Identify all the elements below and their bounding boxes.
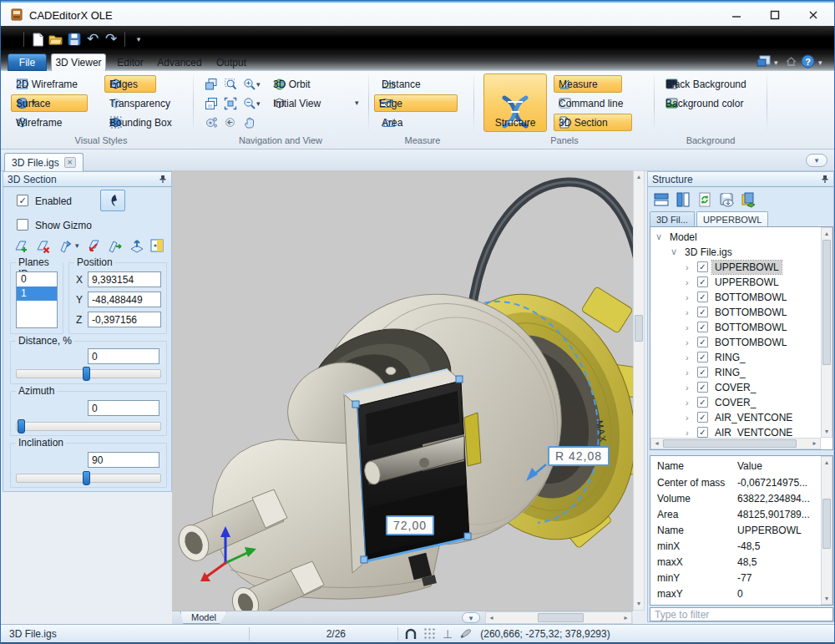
expander-icon[interactable]: › — [686, 277, 693, 287]
plane-list-item[interactable]: 0 — [17, 272, 57, 287]
measure-area-button[interactable]: Area — [377, 114, 401, 131]
tab-editor[interactable]: Editor — [111, 53, 149, 71]
panel-expand-button[interactable]: ▾ — [806, 154, 827, 167]
delete-plane-icon[interactable] — [35, 237, 52, 254]
zoom-extents-icon[interactable] — [222, 95, 239, 112]
3d-section-panel-button[interactable]: 3D Section — [554, 114, 632, 131]
property-row[interactable]: Area48125,901789... — [650, 506, 832, 522]
background-color-button[interactable]: Background color — [660, 94, 683, 112]
tab-file[interactable]: File — [8, 53, 47, 71]
structure-tree[interactable]: ∨Model ∨3D File.igs ›✓UPPERBOWL ›✓UPPERB… — [650, 226, 833, 450]
tree-item-checkbox[interactable]: ✓ — [697, 307, 708, 317]
copy-view-icon[interactable] — [203, 95, 220, 112]
section-panel-header[interactable]: 3D Section — [3, 172, 171, 187]
show-gizmo-checkbox[interactable] — [17, 219, 28, 231]
help-icon[interactable]: ? — [801, 54, 815, 68]
measure-panel-button[interactable]: Measure — [554, 75, 622, 93]
tree-item-checkbox[interactable]: ✓ — [697, 352, 708, 363]
window-layout-dropdown-icon[interactable]: ▾ — [774, 59, 778, 67]
scroll-up-icon[interactable]: ▴ — [822, 228, 832, 239]
paint-icon[interactable] — [459, 628, 472, 639]
viewport-3d[interactable]: MAX 72,00 R 42,08 — [172, 170, 633, 611]
enabled-checkbox[interactable]: ✓ — [17, 195, 28, 206]
expander-icon[interactable]: ∨ — [671, 246, 678, 257]
scroll-left-icon[interactable]: ◂ — [486, 612, 497, 623]
scroll-down-icon[interactable]: ▾ — [822, 593, 832, 604]
close-tab-icon[interactable]: ✕ — [64, 157, 76, 168]
expander-icon[interactable]: › — [686, 262, 693, 272]
viewport-menu-button[interactable]: ▾ — [462, 612, 480, 623]
flip-plane-dropdown-icon[interactable]: ▾ — [75, 242, 79, 250]
tree-item[interactable]: ›✓COVER_ — [686, 380, 758, 394]
tab-output[interactable]: Output — [210, 53, 253, 71]
dimension-radius-label[interactable]: R 42,08 — [548, 446, 610, 466]
tree-item[interactable]: ›✓RING_ — [686, 350, 748, 364]
split-horizontal-icon[interactable] — [653, 191, 670, 208]
surface-button[interactable]: Surface ▾ — [11, 94, 88, 112]
scroll-left-icon[interactable]: ◂ — [651, 439, 662, 449]
tree-item[interactable]: ›✓BOTTOMBOWL — [686, 335, 789, 349]
walk-icon[interactable] — [203, 114, 220, 131]
inclination-slider-thumb[interactable] — [83, 471, 90, 485]
help-dropdown-icon[interactable]: ▾ — [818, 59, 822, 67]
inclination-input[interactable] — [88, 452, 159, 468]
undo-icon[interactable]: ↶ — [84, 30, 102, 48]
scroll-thumb[interactable] — [822, 499, 831, 549]
expander-icon[interactable]: › — [686, 383, 693, 393]
tree-node-file[interactable]: ∨3D File.igs — [671, 245, 735, 259]
zoom-in-icon[interactable] — [241, 76, 258, 93]
properties-vscrollbar[interactable]: ▴ ▾ — [821, 456, 832, 605]
initial-view-dropdown-icon[interactable]: ▾ — [355, 99, 359, 107]
scroll-thumb[interactable] — [822, 240, 831, 365]
tree-item-checkbox[interactable]: ✓ — [697, 427, 708, 438]
tree-item-checkbox[interactable]: ✓ — [697, 322, 708, 332]
inclination-slider[interactable] — [16, 474, 161, 483]
distance-slider-thumb[interactable] — [83, 367, 90, 381]
scroll-up-icon[interactable]: ▴ — [822, 457, 832, 468]
initial-view-button[interactable]: Initial View — [268, 94, 291, 112]
tree-hscrollbar[interactable]: ◂ ▸ — [650, 438, 821, 449]
scroll-right-icon[interactable]: ▸ — [620, 612, 631, 623]
tree-item-checkbox[interactable]: ✓ — [697, 382, 708, 393]
filter-input[interactable] — [650, 607, 833, 621]
tree-item[interactable]: ›✓BOTTOMBOWL — [686, 290, 789, 304]
azimuth-slider[interactable] — [16, 422, 161, 431]
2d-wireframe-button[interactable]: 2D Wireframe — [11, 75, 33, 93]
expander-icon[interactable]: › — [686, 337, 693, 347]
move-plane-icon[interactable] — [107, 237, 124, 254]
ortho-icon[interactable] — [405, 627, 417, 640]
property-row[interactable]: maxY0 — [650, 586, 832, 601]
open-file-icon[interactable] — [47, 30, 65, 48]
property-row[interactable]: maxX48,5 — [650, 554, 832, 570]
document-tab[interactable]: 3D File.igs ✕ — [4, 153, 84, 171]
azimuth-input[interactable] — [88, 400, 159, 416]
expander-icon[interactable]: › — [686, 398, 693, 408]
wireframe-button[interactable]: Wireframe — [11, 114, 33, 131]
layout-tab-model[interactable]: Model — [180, 611, 227, 624]
tree-item[interactable]: ›✓BOTTOMBOWL — [686, 305, 789, 319]
zoom-out-dropdown-icon[interactable]: ▾ — [256, 100, 261, 108]
tab-advanced[interactable]: Advanced — [153, 53, 206, 71]
command-line-panel-button[interactable]: Command line — [554, 94, 576, 112]
property-row[interactable]: Center of mass-0,067214975... — [650, 474, 832, 490]
distance-slider[interactable] — [16, 369, 161, 378]
split-vertical-icon[interactable] — [675, 191, 691, 208]
property-row[interactable]: minY-77 — [650, 570, 832, 586]
tree-item[interactable]: ›✓RING_ — [686, 365, 748, 379]
tree-item[interactable]: ›✓COVER_ — [686, 395, 758, 409]
property-row[interactable]: minX-48,5 — [650, 538, 832, 554]
perpendicular-icon[interactable]: ⊥ — [443, 627, 453, 641]
section-plane-toggle-button[interactable] — [100, 190, 125, 211]
tab-3d-viewer[interactable]: 3D Viewer — [51, 53, 106, 71]
viewport-vscrollbar[interactable]: ▴ ▾ — [633, 170, 645, 611]
section-fill-icon[interactable] — [149, 237, 165, 254]
zoom-window-icon[interactable] — [222, 76, 239, 93]
maximize-button[interactable] — [757, 3, 792, 28]
black-background-button[interactable]: Black Background — [660, 75, 683, 93]
pan-icon[interactable] — [241, 114, 258, 131]
expander-icon[interactable]: › — [686, 352, 693, 363]
toolbar-options-icon[interactable]: ▾ — [129, 30, 148, 48]
azimuth-slider-thumb[interactable] — [18, 419, 25, 434]
minimize-button[interactable] — [719, 3, 754, 28]
transparency-button[interactable]: Transparency — [104, 94, 127, 112]
